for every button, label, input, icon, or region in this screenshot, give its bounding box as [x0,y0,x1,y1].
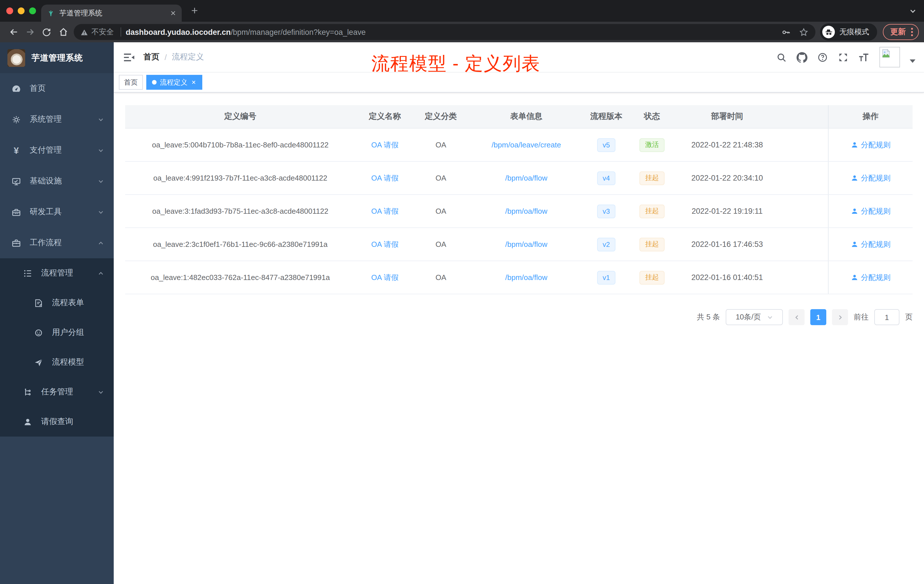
prev-page-button[interactable] [789,309,805,325]
minimize-window-button[interactable] [18,7,25,14]
form-link[interactable]: /bpm/oa/flow [505,273,547,282]
sidebar-item-payment[interactable]: ¥ 支付管理 [0,135,114,166]
status-badge: 挂起 [639,238,665,251]
table-row: oa_leave:3:1fad3d93-7b75-11ec-a3c8-acde4… [125,195,912,228]
cell-definition-id: oa_leave:1:482ec033-762a-11ec-8477-a2380… [125,261,355,294]
sidebar-item-process-model[interactable]: 流程模型 [0,347,114,377]
close-window-button[interactable] [6,7,13,14]
workflow-submenu: 流程管理 流程表单 用户分组 流程模型 [0,258,114,437]
close-tab-icon[interactable] [170,10,176,16]
broken-image-icon [881,49,891,58]
assign-rule-link[interactable]: 分配规则 [851,239,891,249]
sidebar-item-workflow[interactable]: 工作流程 [0,228,114,258]
sidebar-item-user-group[interactable]: 用户分组 [0,318,114,347]
assign-rule-link[interactable]: 分配规则 [851,140,891,150]
reload-button[interactable] [38,24,55,40]
table-row: oa_leave:2:3c1f0ef1-76b1-11ec-9c66-a2380… [125,228,912,261]
col-header-operation: 操作 [828,105,912,128]
col-header-filler [778,105,828,128]
page-size-select[interactable]: 10条/页 [726,309,783,325]
tab-search-chevron-icon[interactable] [909,7,917,15]
person-icon [851,208,858,215]
close-tag-icon[interactable] [191,79,196,85]
password-key-icon[interactable] [781,27,791,37]
help-icon[interactable] [817,52,828,63]
person-icon [851,174,858,182]
assign-rule-link[interactable]: 分配规则 [851,173,891,183]
fullscreen-icon[interactable] [838,52,848,63]
sidebar-item-dev-tools[interactable]: 研发工具 [0,196,114,228]
briefcase-icon [12,238,21,248]
definition-name-link[interactable]: OA 请假 [371,239,398,249]
form-link[interactable]: /bpm/oa/flow [505,207,547,215]
definition-name-link[interactable]: OA 请假 [371,206,398,216]
document-edit-icon [34,298,43,308]
sidebar-item-label: 流程表单 [52,298,104,308]
sidebar-item-task-management[interactable]: 任务管理 [0,377,114,407]
chevron-up-icon [98,270,104,276]
toolbox-icon [12,207,21,217]
maximize-window-button[interactable] [29,7,36,14]
breadcrumb-home[interactable]: 首页 [144,52,159,62]
cell-category: OA [414,195,467,228]
forward-button[interactable] [22,24,38,40]
definition-name-link[interactable]: OA 请假 [371,173,398,183]
list-tree-icon [23,268,33,278]
assign-rule-link[interactable]: 分配规则 [851,206,891,216]
browser-tab[interactable]: 芋道管理系统 [41,5,182,22]
col-header-status: 状态 [627,105,676,128]
sidebar-item-process-management[interactable]: 流程管理 [0,258,114,288]
cell-filler [778,162,828,194]
incognito-icon [822,26,835,38]
goto-page-input[interactable] [874,309,899,325]
sidebar-item-leave-query[interactable]: 请假查询 [0,407,114,437]
action-label: 分配规则 [861,272,891,282]
definition-name-link[interactable]: OA 请假 [371,272,398,282]
browser-update-button[interactable]: 更新 [883,24,919,40]
goto-label: 前往 [854,312,869,322]
user-avatar-broken-image[interactable] [879,47,900,68]
definition-name-link[interactable]: OA 请假 [371,140,398,150]
update-label: 更新 [890,27,906,37]
person-icon [851,274,858,281]
sidebar-item-infrastructure[interactable]: 基础设施 [0,166,114,196]
form-link[interactable]: /bpm/oa/flow [505,240,547,249]
screen: 芋道管理系统 不安全 [0,0,924,584]
sidebar-item-process-form[interactable]: 流程表单 [0,288,114,318]
sidebar-logo[interactable]: 芋道管理系统 [0,42,114,73]
action-label: 分配规则 [861,239,891,249]
status-badge: 挂起 [639,271,665,284]
form-link[interactable]: /bpm/oa/flow [505,174,547,182]
avatar-caret-down-icon[interactable] [910,59,916,63]
sidebar-item-home[interactable]: 首页 [0,73,114,104]
sidebar-item-label: 支付管理 [30,145,98,155]
github-icon[interactable] [797,52,807,63]
next-page-button[interactable] [832,309,848,325]
form-link[interactable]: /bpm/oa/leave/create [492,140,561,149]
new-tab-button[interactable] [190,6,199,15]
url-bar[interactable]: 不安全 dashboard.yudao.iocoder.cn/bpm/manag… [74,24,815,40]
sidebar-item-system[interactable]: 系统管理 [0,104,114,135]
divider [120,27,121,36]
annotation-title: 流程模型 - 定义列表 [371,51,540,77]
font-size-icon[interactable] [858,52,870,63]
current-page-button[interactable]: 1 [810,309,826,325]
tag-home[interactable]: 首页 [119,75,143,90]
monitor-icon [12,176,21,186]
not-secure-label: 不安全 [91,27,114,37]
search-icon[interactable] [776,52,787,63]
tag-label: 首页 [124,78,138,87]
back-button[interactable] [5,24,22,40]
cell-category: OA [414,228,467,261]
action-label: 分配规则 [861,173,891,183]
tag-process-definition[interactable]: 流程定义 [146,75,202,90]
home-button[interactable] [55,24,71,40]
kebab-menu-icon[interactable] [911,27,913,36]
bookmark-star-icon[interactable] [799,27,808,37]
assign-rule-link[interactable]: 分配规则 [851,272,891,282]
version-badge: v4 [597,171,615,185]
browser-toolbar: 不安全 dashboard.yudao.iocoder.cn/bpm/manag… [0,22,924,42]
sidebar-toggle-hamburger-icon[interactable] [123,52,135,63]
browser-tabstrip: 芋道管理系统 [0,0,924,22]
incognito-badge: 无痕模式 [820,23,877,41]
